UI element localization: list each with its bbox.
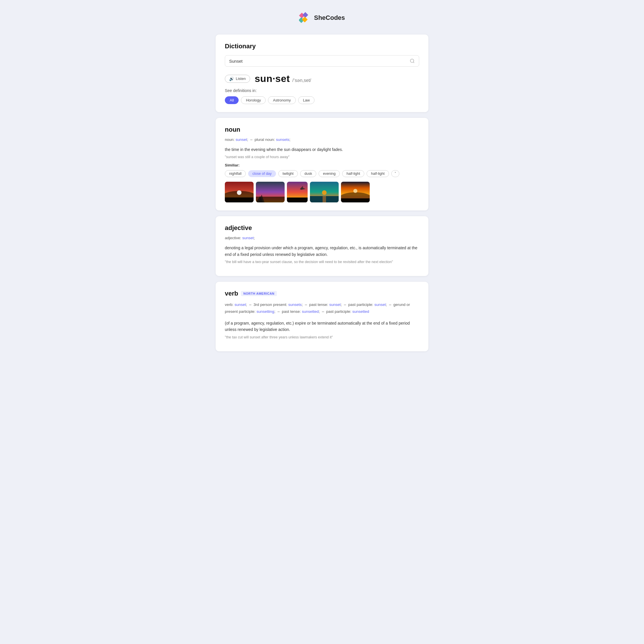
listen-button[interactable]: 🔊 Listen [225,75,250,83]
verb-3rd-link[interactable]: sunsets [288,302,302,307]
noun-meta: noun: sunset; – plural noun: sunsets; [225,137,419,142]
noun-definition: the time in the evening when the sun dis… [225,146,419,153]
svg-rect-15 [287,198,308,202]
past-tense-label: past tense: [309,302,328,307]
svg-point-25 [353,189,357,193]
past-participle2-label: past participle: [326,309,351,314]
category-horology[interactable]: Horology [241,96,266,104]
speaker-icon: 🔊 [229,76,234,81]
plural-meta-label: plural noun: [255,137,275,142]
past-participle2-link[interactable]: sunsetted [352,309,369,314]
verb-meta: verb: sunset; – 3rd person present: suns… [225,301,419,315]
tag-half-light-2[interactable]: half-light [367,170,389,177]
past-participle-label: past participle: [348,302,373,307]
search-icon [410,58,415,64]
image-1 [225,182,254,202]
verb-badge: NORTH AMERICAN [241,291,277,296]
svg-point-19 [322,190,327,195]
adjective-quote: "the bill will have a two-year sunset cl… [225,260,419,264]
svg-rect-21 [323,196,326,202]
verb-type-label: verb [225,290,238,297]
search-input[interactable] [229,59,410,64]
logo: SheCodes [299,11,345,24]
word-header: 🔊 Listen sun·set /ˈsən,set/ [225,73,419,84]
past-tense-link[interactable]: sunset [329,302,341,307]
gerund-link[interactable]: sunsetting [256,309,274,314]
verb-card: verb NORTH AMERICAN verb: sunset; – 3rd … [216,282,428,351]
similar-label: Similiar: [225,163,419,167]
adjective-card: adjective adjective: sunset; denoting a … [216,216,428,276]
search-button[interactable] [410,58,415,64]
category-buttons: All Horology Astronomy Law [225,96,419,104]
verb-3rd-label: 3rd person present: [254,302,287,307]
verb-word-link[interactable]: sunset [235,302,246,307]
adjective-type-label: adjective [225,224,419,232]
category-astronomy[interactable]: Astronomy [268,96,296,104]
image-4 [310,182,339,202]
svg-point-8 [237,190,241,195]
search-box [225,55,419,67]
tag-evening[interactable]: evening [319,170,340,177]
category-all[interactable]: All [225,96,239,104]
word-display: sun·set /ˈsən,set/ [255,73,311,84]
adjective-meta: adjective: sunset; [225,236,419,240]
past-participle-link[interactable]: sunset [374,302,386,307]
adj-meta-label: adjective: [225,236,241,240]
word-phonetic: /ˈsən,set/ [292,78,311,83]
svg-rect-24 [341,198,370,202]
svg-rect-9 [225,198,254,202]
image-5 [341,182,370,202]
similar-tags: nightfall close of day twilight dusk eve… [225,170,419,177]
tag-dusk[interactable]: dusk [300,170,316,177]
verb-meta-label: verb: [225,302,233,307]
adj-word-link[interactable]: sunset [242,236,254,240]
svg-line-5 [413,62,414,63]
word-title: sun·set [255,73,290,84]
dictionary-title: Dictionary [225,43,419,50]
logo-icon [299,11,312,24]
verb-definition: (of a program, agency, regulation, etc.)… [225,320,419,333]
plural-word-link[interactable]: sunsets [276,137,290,142]
listen-label: Listen [236,76,246,81]
category-law[interactable]: Law [298,96,315,104]
tag-nightfall[interactable]: nightfall [225,170,246,177]
see-definitions-label: See definitions in: [225,88,419,93]
noun-meta-label: noun: [225,137,235,142]
images-row [225,182,419,202]
noun-word-link[interactable]: sunset [236,137,247,142]
verb-quote: "the tax cut will sunset after three yea… [225,335,419,339]
noun-quote: "sunset was still a couple of hours away… [225,155,419,159]
image-3 [287,182,308,202]
expand-tags-button[interactable]: ˅ [391,170,399,177]
logo-text: SheCodes [314,14,345,22]
noun-card: noun noun: sunset; – plural noun: sunset… [216,118,428,210]
tag-twilight[interactable]: twilight [278,170,298,177]
dictionary-card: Dictionary 🔊 Listen sun·set /ˈsən,set/ S… [216,35,428,112]
past2-label: past tense: [282,309,301,314]
past2-link[interactable]: sunsetted [302,309,319,314]
tag-half-light-1[interactable]: half-light [342,170,364,177]
image-2 [256,182,285,202]
tag-close-of-day[interactable]: close of day [248,170,276,177]
adjective-definition: denoting a legal provision under which a… [225,245,419,258]
svg-point-4 [410,59,414,62]
noun-type-label: noun [225,126,419,133]
page-header: SheCodes [6,11,638,24]
